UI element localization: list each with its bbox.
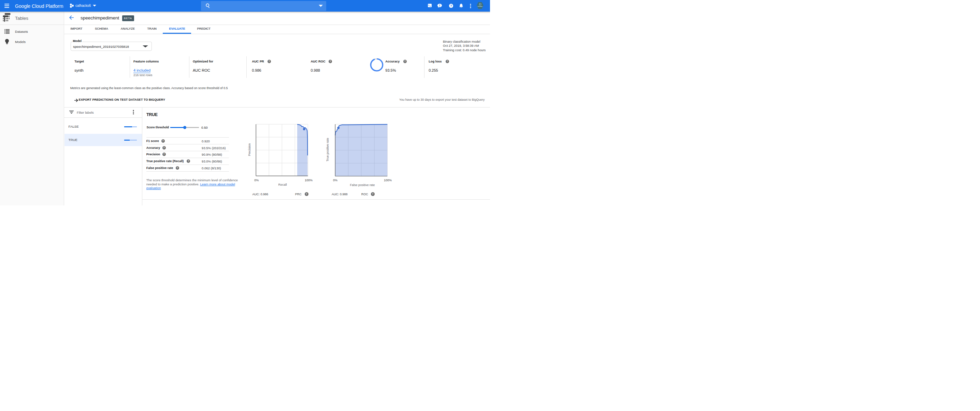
svg-text:?: ? <box>450 4 452 8</box>
